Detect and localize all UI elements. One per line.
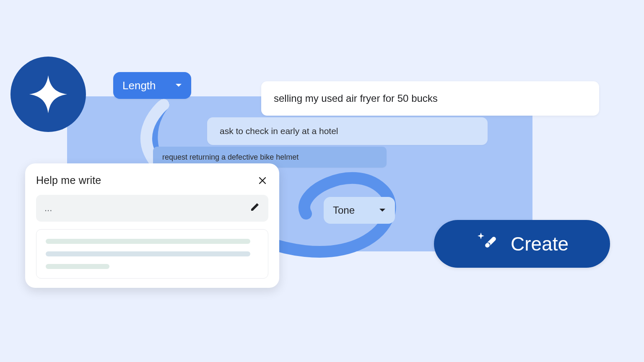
- sparkle-icon: [26, 72, 71, 117]
- output-skeleton: [36, 229, 268, 279]
- tone-dropdown[interactable]: Tone: [324, 197, 395, 224]
- pencil-icon: [250, 202, 260, 215]
- tone-dropdown-label: Tone: [333, 204, 355, 216]
- skeleton-line: [46, 251, 250, 256]
- create-button-label: Create: [511, 233, 569, 255]
- length-dropdown[interactable]: Length: [113, 72, 191, 99]
- chevron-down-icon: [175, 83, 182, 88]
- prompt-text: request returning a defective bike helme…: [162, 153, 299, 162]
- length-dropdown-label: Length: [122, 79, 156, 92]
- prompt-input-placeholder: ...: [44, 203, 52, 214]
- skeleton-line: [46, 239, 250, 244]
- chevron-down-icon: [379, 208, 386, 212]
- close-button[interactable]: [257, 175, 268, 186]
- prompt-suggestion[interactable]: ask to check in early at a hotel: [207, 117, 488, 145]
- panel-title: Help me write: [36, 174, 101, 186]
- skeleton-line: [46, 264, 109, 269]
- prompt-text: ask to check in early at a hotel: [220, 126, 338, 136]
- wand-sparkle-icon: [475, 230, 499, 258]
- close-icon: [258, 176, 267, 185]
- sparkle-badge: [10, 57, 86, 132]
- help-me-write-panel: Help me write ...: [25, 163, 279, 288]
- prompt-text: selling my used air fryer for 50 bucks: [274, 93, 438, 104]
- create-button[interactable]: Create: [434, 220, 610, 268]
- prompt-input[interactable]: ...: [36, 195, 268, 222]
- prompt-suggestion[interactable]: selling my used air fryer for 50 bucks: [261, 81, 599, 116]
